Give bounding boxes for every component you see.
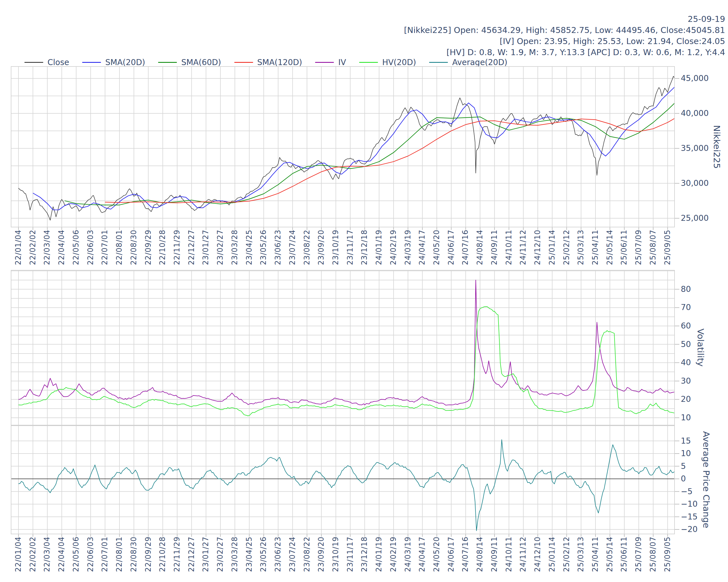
header-date: 25-09-19	[404, 13, 725, 25]
xtick-label: 23/11/17	[346, 536, 354, 572]
xtick-label: 22/09/29	[144, 536, 152, 572]
xtick-label: 24/12/10	[533, 230, 542, 265]
xtick-label: 24/03/19	[404, 230, 412, 265]
apc-ytick-label: −5	[681, 488, 693, 496]
chart-header: 25-09-19 [Nikkei225] Open: 45634.29, Hig…	[404, 13, 725, 58]
xtick-label: 23/05/26	[259, 230, 267, 265]
xtick-label: 25/09/05	[663, 536, 672, 572]
xtick-label: 22/12/27	[187, 536, 196, 572]
volatility-axis-title: Volatility	[696, 329, 706, 367]
legend-label: IV	[338, 58, 346, 67]
xtick-label: 23/10/19	[331, 230, 340, 265]
legend-line-sample	[315, 62, 334, 63]
xtick-label: 22/11/29	[173, 536, 181, 572]
xtick-label: 24/09/11	[490, 536, 498, 572]
xtick-label: 23/04/25	[245, 230, 253, 265]
panel-volatility	[11, 270, 675, 425]
chart-page: 25-09-19 [Nikkei225] Open: 45634.29, Hig…	[0, 0, 728, 582]
xtick-label: 24/04/17	[418, 536, 426, 572]
legend-item-average-20d-: Average(20D)	[429, 58, 507, 67]
xtick-label: 24/02/19	[389, 536, 397, 572]
apc-ytick-label: −15	[681, 513, 698, 521]
xtick-label: 25/07/09	[634, 536, 643, 572]
xtick-label: 22/01/04	[14, 230, 23, 265]
legend-item-iv: IV	[315, 58, 346, 67]
xtick-label: 22/04/04	[57, 230, 66, 265]
xtick-label: 22/02/02	[28, 230, 37, 265]
xtick-label: 23/08/22	[303, 536, 311, 572]
xtick-label: 23/05/26	[259, 536, 267, 572]
xtick-label: 23/12/18	[360, 536, 368, 572]
xtick-label: 24/08/14	[475, 230, 484, 265]
volatility-ytick-label: 20	[681, 395, 691, 403]
apc-ytick-label: 0	[681, 475, 686, 483]
xtick-label: 24/05/20	[432, 536, 441, 572]
series-iv	[19, 280, 675, 405]
xtick-label: 24/04/17	[418, 230, 426, 265]
xtick-label: 22/08/01	[115, 230, 124, 265]
price-ytick-label: 30,000	[681, 179, 709, 187]
legend-label: Average(20D)	[452, 58, 507, 67]
volatility-ytick-label: 10	[681, 414, 691, 422]
legend-item-close: Close	[24, 58, 69, 67]
xtick-label: 23/06/23	[274, 536, 282, 572]
xtick-label: 24/12/10	[533, 536, 542, 572]
gridlines-volatility	[11, 270, 675, 425]
gridlines-price	[11, 66, 675, 227]
xtick-label: 25/03/13	[576, 536, 585, 572]
legend-line-sample	[429, 62, 448, 63]
xtick-label: 25/08/07	[649, 230, 657, 265]
legend-label: SMA(120D)	[257, 58, 302, 67]
xtick-label: 22/06/03	[86, 536, 95, 572]
xtick-label: 23/01/27	[201, 230, 210, 265]
legend-item-sma-20d-: SMA(20D)	[82, 58, 145, 67]
xtick-label: 22/03/04	[43, 230, 51, 265]
xtick-label: 22/08/30	[129, 230, 138, 265]
xtick-label: 25/01/14	[548, 230, 556, 265]
price-ytick-label: 35,000	[681, 144, 709, 152]
xtick-label: 23/10/19	[331, 536, 340, 572]
price-axis-title: Nikkei225	[712, 125, 722, 168]
legend-label: HV(20D)	[382, 58, 416, 67]
xtick-label: 22/09/29	[144, 230, 152, 265]
legend-line-sample	[24, 62, 43, 63]
xtick-label: 24/11/12	[519, 230, 527, 265]
panel-apc	[11, 425, 675, 534]
header-hv-apc: [HV] D: 0.8, W: 1.9, M: 3.7, Y:13.3 [APC…	[404, 47, 725, 58]
legend-line-sample	[359, 62, 378, 63]
xtick-label: 25/06/11	[620, 230, 628, 265]
xtick-label: 24/06/17	[447, 230, 455, 265]
xtick-label: 25/07/09	[634, 230, 643, 265]
xtick-label: 24/10/11	[504, 230, 513, 265]
xtick-label: 25/08/07	[649, 536, 657, 572]
volatility-ytick-label: 30	[681, 377, 691, 385]
xtick-label: 23/08/22	[303, 230, 311, 265]
xtick-label: 25/02/12	[562, 230, 571, 265]
legend-label: Close	[48, 58, 69, 67]
volatility-ytick-label: 50	[681, 340, 691, 349]
xtick-label: 25/05/14	[605, 536, 614, 572]
legend-line-sample	[82, 62, 101, 63]
xtick-label: 24/07/16	[461, 536, 469, 572]
xtick-label: 22/04/04	[57, 536, 66, 572]
panel-price	[11, 66, 675, 227]
volatility-ytick-label: 40	[681, 359, 691, 367]
apc-ytick-label: −10	[681, 500, 698, 508]
xtick-label: 23/03/28	[230, 536, 239, 572]
volatility-ytick-label: 60	[681, 322, 691, 330]
apc-ytick-label: 15	[681, 437, 691, 445]
apc-axis-title: Average Price Change	[701, 431, 711, 528]
header-iv-ohlc: [IV] Open: 23.95, High: 25.53, Low: 21.9…	[404, 36, 725, 47]
xtick-label: 22/10/28	[158, 536, 167, 572]
xtick-label: 23/03/28	[230, 230, 239, 265]
legend-item-sma-60d-: SMA(60D)	[158, 58, 221, 67]
xtick-label: 23/09/20	[317, 536, 325, 572]
apc-ytick-label: −20	[681, 525, 698, 533]
xtick-label: 24/06/17	[447, 536, 455, 572]
xtick-label: 22/03/04	[43, 536, 51, 572]
legend-label: SMA(60D)	[181, 58, 221, 67]
volatility-ytick-label: 70	[681, 304, 691, 311]
xtick-label: 22/05/06	[72, 230, 80, 265]
xtick-label: 23/01/27	[201, 536, 210, 572]
xtick-label: 23/04/25	[245, 536, 253, 572]
